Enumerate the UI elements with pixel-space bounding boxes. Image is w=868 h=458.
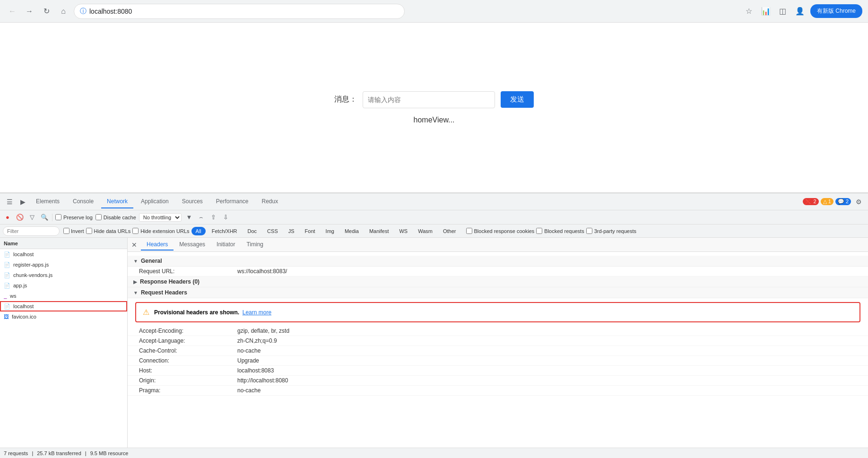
devtools-tabbar: ☰ ▶ Elements Console Network Application… bbox=[0, 193, 868, 210]
filter-js-btn[interactable]: JS bbox=[284, 227, 299, 235]
third-party-label[interactable]: 3rd-party requests bbox=[586, 228, 636, 234]
disable-cache-checkbox[interactable] bbox=[95, 214, 102, 220]
bookmark-btn[interactable]: ☆ bbox=[742, 5, 755, 18]
filter-doc-btn[interactable]: Doc bbox=[243, 227, 261, 235]
performance-btn[interactable]: 📊 bbox=[759, 5, 773, 18]
detail-close-btn[interactable]: ✕ bbox=[131, 241, 137, 249]
accept-language-val: zh-CN,zh;q=0.9 bbox=[237, 337, 277, 344]
tab-elements[interactable]: Elements bbox=[30, 195, 65, 208]
filter-media-btn[interactable]: Media bbox=[340, 227, 363, 235]
list-item[interactable]: 📄 register-apps.js bbox=[0, 259, 127, 270]
forward-btn[interactable]: → bbox=[23, 5, 36, 18]
response-headers-section-header[interactable]: ▶ Response Headers (0) bbox=[128, 277, 868, 287]
tab-headers[interactable]: Headers bbox=[141, 239, 174, 251]
refresh-btn[interactable]: ↻ bbox=[40, 5, 53, 18]
cache-control-val: no-cache bbox=[237, 347, 260, 354]
update-chrome-btn[interactable]: 有新版 Chrome bbox=[810, 4, 862, 18]
message-input[interactable] bbox=[363, 91, 495, 108]
host-key: Host: bbox=[139, 367, 234, 374]
throttle-dropdown-btn[interactable]: ▼ bbox=[184, 213, 194, 222]
list-item[interactable]: 📄 app.js bbox=[0, 280, 127, 291]
blocked-cookies-checkbox[interactable] bbox=[466, 228, 472, 234]
address-bar[interactable]: ⓘ localhost:8080 bbox=[74, 4, 405, 19]
clear-btn[interactable]: 🚫 bbox=[15, 213, 25, 222]
filter-wasm-btn[interactable]: Wasm bbox=[414, 227, 437, 235]
filter-other-btn[interactable]: Other bbox=[439, 227, 460, 235]
doc-icon: 📄 bbox=[4, 251, 10, 258]
file-name: favicon.ico bbox=[12, 314, 36, 320]
img-icon: 🖼 bbox=[4, 314, 9, 320]
blocked-cookies-text: Blocked response cookies bbox=[474, 228, 535, 234]
filter-toggle-btn[interactable]: ▽ bbox=[27, 213, 37, 222]
list-item[interactable]: ⎯ ws bbox=[0, 291, 127, 301]
devtools-tab-right: ❌ 2 △ 1 💬 2 ⚙ bbox=[803, 196, 864, 207]
learn-more-link[interactable]: Learn more bbox=[243, 309, 271, 316]
filter-font-btn[interactable]: Font bbox=[301, 227, 320, 235]
tab-redux[interactable]: Redux bbox=[256, 195, 284, 208]
request-url-val: ws://localhost:8083/ bbox=[237, 268, 287, 275]
filter-manifest-btn[interactable]: Manifest bbox=[365, 227, 393, 235]
tab-initiator[interactable]: Initiator bbox=[211, 239, 241, 251]
invert-label[interactable]: Invert bbox=[63, 228, 84, 234]
extensions-btn[interactable]: ◫ bbox=[776, 5, 790, 18]
filter-all-btn[interactable]: All bbox=[191, 227, 206, 235]
tab-network[interactable]: Network bbox=[101, 195, 133, 208]
search-btn[interactable]: 🔍 bbox=[40, 213, 49, 222]
list-item-selected[interactable]: 📄 localhost bbox=[0, 301, 127, 311]
home-btn[interactable]: ⌂ bbox=[57, 5, 70, 18]
origin-val: http://localhost:8080 bbox=[237, 377, 288, 384]
info-icon: ⓘ bbox=[80, 7, 87, 16]
list-item[interactable]: 🖼 favicon.ico bbox=[0, 311, 127, 322]
record-btn[interactable]: ● bbox=[3, 213, 12, 222]
file-name: localhost bbox=[13, 251, 34, 257]
message-label: 消息： bbox=[334, 95, 357, 104]
throttle-select[interactable]: No throttling bbox=[139, 213, 182, 222]
filter-css-btn[interactable]: CSS bbox=[263, 227, 282, 235]
tab-performance[interactable]: Performance bbox=[210, 195, 254, 208]
blocked-requests-label[interactable]: Blocked requests bbox=[536, 228, 584, 234]
warning-triangle-icon: ⚠ bbox=[143, 308, 149, 317]
hide-extension-urls-label[interactable]: Hide extension URLs bbox=[132, 228, 189, 234]
hide-data-urls-label[interactable]: Hide data URLs bbox=[86, 228, 131, 234]
disable-cache-label[interactable]: Disable cache bbox=[95, 214, 136, 220]
hide-data-urls-checkbox[interactable] bbox=[86, 228, 92, 234]
origin-row: Origin: http://localhost:8080 bbox=[128, 376, 868, 386]
devtools-inspect-btn[interactable]: ▶ bbox=[17, 196, 28, 207]
host-val: localhost:8083 bbox=[237, 367, 274, 374]
filter-input[interactable] bbox=[3, 226, 60, 236]
devtools-settings-btn[interactable]: ⚙ bbox=[853, 196, 864, 207]
request-headers-arrow: ▼ bbox=[133, 290, 138, 295]
tab-console[interactable]: Console bbox=[67, 195, 99, 208]
origin-key: Origin: bbox=[139, 377, 234, 384]
import-btn[interactable]: ⇧ bbox=[209, 213, 218, 222]
export-btn[interactable]: ⇩ bbox=[221, 213, 231, 222]
invert-checkbox[interactable] bbox=[63, 228, 69, 234]
detail-tab-bar: ✕ Headers Messages Initiator Timing bbox=[128, 238, 868, 252]
tab-application[interactable]: Application bbox=[135, 195, 174, 208]
blocked-requests-checkbox[interactable] bbox=[536, 228, 542, 234]
filter-fetch-btn[interactable]: Fetch/XHR bbox=[208, 227, 242, 235]
preserve-log-label[interactable]: Preserve log bbox=[55, 214, 93, 220]
request-headers-section-header[interactable]: ▼ Request Headers bbox=[128, 287, 868, 298]
pragma-key: Pragma: bbox=[139, 387, 234, 394]
third-party-checkbox[interactable] bbox=[586, 228, 592, 234]
pragma-val: no-cache bbox=[237, 387, 260, 394]
tab-sources[interactable]: Sources bbox=[176, 195, 208, 208]
wifi-btn[interactable]: ⌢ bbox=[197, 213, 206, 222]
back-btn[interactable]: ← bbox=[6, 5, 19, 18]
request-url-key: Request URL: bbox=[139, 268, 234, 275]
filter-img-btn[interactable]: Img bbox=[321, 227, 339, 235]
preserve-log-checkbox[interactable] bbox=[55, 214, 61, 220]
tab-messages[interactable]: Messages bbox=[174, 239, 211, 251]
list-item[interactable]: 📄 chunk-vendors.js bbox=[0, 270, 127, 280]
list-item[interactable]: 📄 localhost bbox=[0, 249, 127, 259]
filter-ws-btn[interactable]: WS bbox=[395, 227, 412, 235]
general-section-header[interactable]: ▼ General bbox=[128, 256, 868, 267]
tab-timing[interactable]: Timing bbox=[241, 239, 269, 251]
ws-icon: ⎯ bbox=[4, 293, 7, 299]
blocked-cookies-label[interactable]: Blocked response cookies bbox=[466, 228, 535, 234]
profile-btn[interactable]: 👤 bbox=[793, 5, 807, 18]
devtools-toggle-btn[interactable]: ☰ bbox=[4, 196, 15, 207]
send-button[interactable]: 发送 bbox=[501, 91, 534, 108]
hide-extension-urls-checkbox[interactable] bbox=[132, 228, 139, 234]
